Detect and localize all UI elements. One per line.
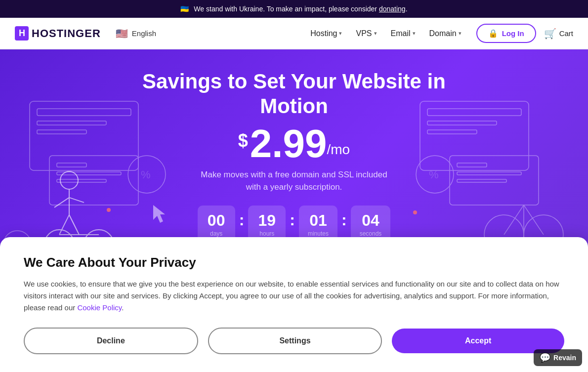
cart-button[interactable]: 🛒 Cart [544, 28, 573, 40]
hero-subtitle-line2: with a yearly subscription. [246, 182, 342, 192]
top-banner: 🇺🇦 We stand with Ukraine. To make an imp… [0, 0, 588, 18]
cart-label: Cart [559, 29, 573, 38]
nav-hosting-label: Hosting [310, 29, 337, 38]
svg-point-16 [416, 156, 454, 193]
svg-line-24 [504, 205, 524, 235]
chevron-down-icon: ▾ [339, 30, 342, 37]
svg-marker-27 [153, 205, 165, 223]
navbar: H HOSTINGER 🇺🇸 English Hosting ▾ VPS ▾ E… [0, 18, 588, 49]
svg-rect-18 [450, 156, 539, 205]
hero-title: Savings to Set Your Website in Motion [121, 69, 467, 119]
hero-subtitle: Make moves with a free domain and SSL in… [201, 168, 387, 194]
privacy-title: We Care About Your Privacy [24, 255, 564, 262]
svg-point-4 [128, 156, 166, 193]
svg-line-31 [69, 198, 84, 203]
svg-line-25 [524, 205, 544, 235]
svg-rect-3 [37, 130, 86, 134]
nav-domain-label: Domain [429, 29, 457, 38]
days-value: 00 [207, 212, 226, 228]
hero-price: $ 2.99 /mo [238, 124, 350, 164]
svg-text:%: % [141, 168, 151, 181]
svg-point-39 [413, 210, 417, 214]
svg-rect-15 [427, 130, 477, 134]
privacy-modal: We Care About Your Privacy We use cookie… [0, 237, 588, 262]
days-label: days [207, 230, 226, 237]
logo-text: HOSTINGER [32, 27, 101, 40]
lang-label: English [132, 29, 156, 38]
cart-icon: 🛒 [544, 28, 556, 40]
hero-subtitle-line1: Make moves with a free domain and SSL in… [201, 170, 387, 179]
price-symbol: $ [238, 132, 248, 150]
logo-icon: H [15, 26, 29, 41]
login-button[interactable]: 🔒 Log In [476, 24, 536, 43]
svg-rect-7 [57, 163, 86, 167]
svg-rect-1 [37, 109, 131, 116]
nav-vps[interactable]: VPS ▾ [351, 25, 381, 42]
lock-icon: 🔒 [488, 29, 498, 38]
chevron-down-icon: ▾ [459, 30, 462, 37]
nav-hosting[interactable]: Hosting ▾ [305, 25, 347, 42]
nav-links: Hosting ▾ VPS ▾ Email ▾ Domain ▾ [305, 25, 466, 42]
svg-line-37 [69, 215, 79, 235]
chevron-down-icon: ▾ [374, 30, 377, 37]
logo[interactable]: H HOSTINGER [15, 26, 101, 41]
nav-email-label: Email [391, 29, 411, 38]
nav-actions: 🔒 Log In 🛒 Cart [476, 24, 573, 43]
svg-line-30 [54, 198, 69, 207]
lang-selector[interactable]: 🇺🇸 English [116, 28, 156, 40]
svg-point-38 [107, 208, 111, 212]
seconds-value: 04 [360, 212, 382, 228]
countdown-separator-2: : [290, 211, 295, 229]
price-main: 2.99 [250, 124, 327, 164]
login-label: Log In [502, 29, 524, 38]
svg-rect-14 [427, 121, 497, 125]
seconds-label: seconds [360, 230, 382, 237]
donate-link[interactable]: donating [379, 5, 406, 13]
hours-label: hours [257, 230, 277, 237]
countdown-separator-3: : [341, 211, 347, 229]
svg-rect-2 [37, 121, 106, 125]
svg-rect-19 [457, 163, 487, 167]
chevron-down-icon: ▾ [413, 30, 416, 37]
svg-rect-21 [457, 179, 506, 182]
countdown-separator-1: : [239, 211, 245, 229]
svg-rect-6 [49, 156, 138, 205]
minutes-value: 01 [308, 212, 329, 228]
svg-text:%: % [429, 168, 439, 181]
svg-rect-20 [457, 172, 521, 175]
nav-vps-label: VPS [356, 29, 372, 38]
price-per: /mo [327, 143, 350, 157]
lang-flag-icon: 🇺🇸 [116, 28, 128, 40]
ukraine-flag-icon: 🇺🇦 [180, 5, 189, 13]
svg-rect-9 [57, 179, 106, 182]
banner-text: We stand with Ukraine. To make an impact… [194, 5, 377, 13]
nav-domain[interactable]: Domain ▾ [424, 25, 466, 42]
hours-value: 19 [257, 212, 277, 228]
svg-line-33 [69, 215, 79, 235]
svg-rect-8 [57, 172, 121, 175]
svg-point-28 [60, 171, 78, 189]
svg-line-32 [59, 215, 69, 235]
minutes-label: minutes [308, 230, 329, 237]
nav-email[interactable]: Email ▾ [386, 25, 420, 42]
hero-section: % 🔒 % [0, 49, 588, 262]
banner-suffix: . [406, 5, 408, 13]
